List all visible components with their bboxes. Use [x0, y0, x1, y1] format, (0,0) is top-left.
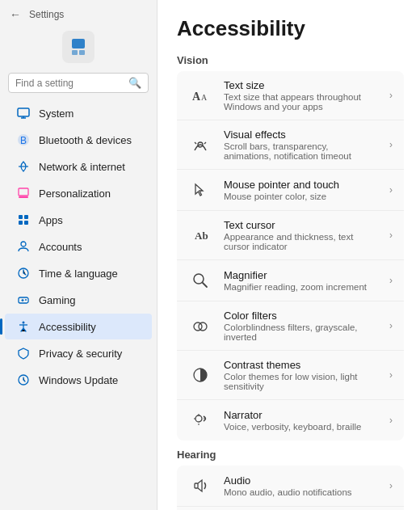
setting-item-narrator[interactable]: NarratorVoice, verbosity, keyboard, brai…: [177, 400, 404, 440]
color-filters-desc: Colorblindness filters, grayscale, inver…: [224, 322, 378, 342]
text-size-title: Text size: [224, 79, 378, 91]
logo-area: [0, 26, 157, 70]
text-size-desc: Text size that appears throughout Window…: [224, 92, 378, 112]
sidebar-item-label-privacy: Privacy & security: [39, 348, 122, 360]
setting-item-visual-effects[interactable]: Visual effectsScroll bars, transparency,…: [177, 120, 404, 170]
search-input[interactable]: [15, 78, 124, 89]
svg-rect-3: [18, 108, 29, 116]
magnifier-icon: [188, 268, 212, 293]
section-label-hearing: Hearing: [177, 449, 404, 461]
setting-item-text-cursor[interactable]: AbText cursorAppearance and thickness, t…: [177, 211, 404, 260]
color-filters-title: Color filters: [224, 310, 378, 322]
windows-update-icon: [16, 373, 31, 387]
narrator-desc: Voice, verbosity, keyboard, braille: [224, 422, 378, 432]
privacy-icon: [16, 346, 31, 360]
magnifier-text: MagnifierMagnifier reading, zoom increme…: [224, 269, 378, 292]
visual-effects-text: Visual effectsScroll bars, transparency,…: [224, 129, 378, 161]
narrator-text: NarratorVoice, verbosity, keyboard, brai…: [224, 409, 378, 432]
visual-effects-icon: [188, 133, 212, 157]
svg-point-26: [194, 322, 202, 331]
svg-rect-8: [19, 215, 23, 219]
visual-effects-title: Visual effects: [224, 129, 378, 141]
accounts-icon: [16, 239, 31, 254]
system-icon: [16, 106, 31, 120]
back-button[interactable]: ←: [8, 8, 23, 21]
mouse-pointer-text: Mouse pointer and touchMouse pointer col…: [224, 179, 378, 201]
setting-item-text-size[interactable]: AAText sizeText size that appears throug…: [177, 71, 404, 120]
setting-item-mouse-pointer[interactable]: Mouse pointer and touchMouse pointer col…: [177, 170, 404, 211]
svg-rect-30: [195, 483, 198, 488]
sidebar-item-label-accounts: Accounts: [39, 241, 82, 253]
sidebar-item-accounts[interactable]: Accounts: [5, 234, 152, 259]
color-filters-chevron: ›: [389, 320, 393, 331]
time-icon: [16, 266, 31, 280]
apps-icon: [16, 213, 31, 227]
svg-point-29: [195, 415, 202, 422]
svg-text:Ab: Ab: [195, 230, 208, 242]
sidebar-item-bluetooth[interactable]: BBluetooth & devices: [5, 127, 152, 153]
mouse-pointer-icon: [188, 178, 212, 202]
contrast-themes-icon: [188, 363, 212, 387]
text-cursor-text: Text cursorAppearance and thickness, tex…: [224, 219, 378, 251]
setting-item-audio[interactable]: AudioMono audio, audio notifications›: [177, 466, 404, 507]
mouse-pointer-desc: Mouse pointer color, size: [224, 192, 378, 201]
svg-point-16: [23, 322, 25, 324]
text-size-icon: AA: [188, 83, 212, 107]
svg-rect-2: [79, 50, 85, 55]
personalization-icon: [16, 186, 31, 200]
sidebar-item-windows-update[interactable]: Windows Update: [5, 367, 152, 393]
mouse-pointer-chevron: ›: [389, 184, 393, 196]
sidebar-item-accessibility[interactable]: Accessibility: [5, 314, 152, 339]
svg-point-12: [21, 242, 26, 247]
svg-point-24: [194, 274, 204, 284]
visual-effects-chevron: ›: [389, 139, 393, 150]
narrator-chevron: ›: [389, 415, 393, 426]
sidebar: ← Settings 🔍 SystemBBluetooth & devicesN…: [0, 0, 158, 510]
narrator-icon: [188, 408, 212, 432]
text-cursor-desc: Appearance and thickness, text cursor in…: [224, 232, 378, 251]
magnifier-title: Magnifier: [224, 269, 378, 281]
sidebar-item-label-personalization: Personalization: [39, 188, 111, 200]
setting-item-contrast-themes[interactable]: Contrast themesColor themes for low visi…: [177, 351, 404, 400]
sidebar-item-label-network: Network & internet: [39, 161, 125, 173]
contrast-themes-title: Contrast themes: [224, 359, 378, 371]
svg-text:B: B: [20, 135, 27, 146]
network-icon: [16, 159, 31, 174]
sidebar-item-gaming[interactable]: Gaming: [5, 287, 152, 313]
sidebar-item-network[interactable]: Network & internet: [5, 154, 152, 179]
setting-item-color-filters[interactable]: Color filtersColorblindness filters, gra…: [177, 301, 404, 351]
svg-point-27: [199, 322, 207, 331]
sidebar-item-privacy[interactable]: Privacy & security: [5, 340, 152, 366]
settings-list-hearing: AudioMono audio, audio notifications›CCC…: [177, 466, 404, 510]
svg-text:A: A: [201, 93, 208, 102]
settings-list-vision: AAText sizeText size that appears throug…: [177, 71, 404, 440]
audio-desc: Mono audio, audio notifications: [224, 487, 378, 497]
setting-item-captions[interactable]: CCCaptionsStyles›: [177, 507, 404, 510]
mouse-pointer-title: Mouse pointer and touch: [224, 179, 378, 191]
accessibility-icon: [16, 319, 31, 334]
text-cursor-chevron: ›: [389, 230, 393, 241]
sidebar-item-system[interactable]: System: [5, 100, 152, 126]
sidebar-item-time[interactable]: Time & language: [5, 260, 152, 286]
sidebar-item-label-accessibility: Accessibility: [39, 321, 96, 333]
sidebar-item-label-windows-update: Windows Update: [39, 374, 118, 386]
sidebar-item-personalization[interactable]: Personalization: [5, 180, 152, 206]
sidebar-item-label-bluetooth: Bluetooth & devices: [39, 134, 132, 146]
main-content: Accessibility VisionAAText sizeText size…: [158, 0, 420, 510]
sidebar-header: ← Settings: [0, 0, 157, 26]
section-label-vision: Vision: [177, 54, 404, 66]
nav-list: SystemBBluetooth & devicesNetwork & inte…: [0, 98, 157, 510]
sidebar-item-label-system: System: [39, 107, 74, 120]
text-cursor-title: Text cursor: [224, 219, 378, 231]
svg-rect-7: [19, 196, 28, 198]
svg-text:A: A: [192, 91, 201, 103]
svg-rect-11: [24, 221, 28, 225]
svg-point-15: [25, 299, 27, 301]
audio-chevron: ›: [389, 480, 393, 491]
setting-item-magnifier[interactable]: MagnifierMagnifier reading, zoom increme…: [177, 260, 404, 301]
svg-rect-10: [19, 221, 23, 225]
sidebar-item-apps[interactable]: Apps: [5, 207, 152, 233]
search-box[interactable]: 🔍: [8, 73, 149, 93]
svg-rect-9: [24, 215, 28, 219]
text-size-chevron: ›: [389, 90, 393, 101]
